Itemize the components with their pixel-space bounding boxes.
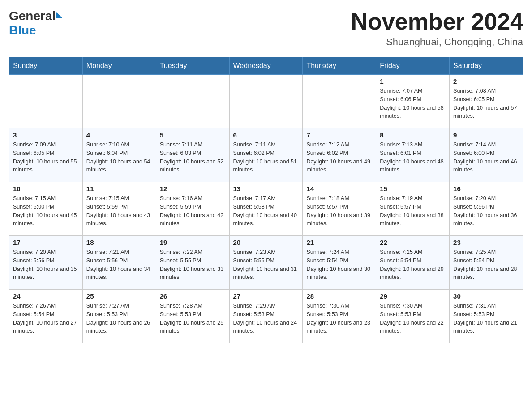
day-number: 16	[453, 185, 519, 193]
calendar-cell: 19Sunrise: 7:22 AMSunset: 5:55 PMDayligh…	[156, 236, 229, 290]
calendar-cell: 5Sunrise: 7:11 AMSunset: 6:03 PMDaylight…	[156, 128, 229, 182]
calendar-week-row: 1Sunrise: 7:07 AMSunset: 6:06 PMDaylight…	[9, 75, 523, 128]
day-of-week-header: Wednesday	[229, 57, 303, 75]
day-info: Sunrise: 7:20 AMSunset: 5:56 PMDaylight:…	[453, 194, 519, 228]
calendar-cell: 6Sunrise: 7:11 AMSunset: 6:02 PMDaylight…	[229, 128, 303, 182]
calendar-cell	[9, 75, 83, 128]
calendar-cell: 14Sunrise: 7:18 AMSunset: 5:57 PMDayligh…	[303, 182, 376, 236]
day-number: 11	[86, 185, 152, 193]
day-of-week-header: Saturday	[450, 57, 523, 75]
calendar-cell: 12Sunrise: 7:16 AMSunset: 5:59 PMDayligh…	[156, 182, 229, 236]
calendar-cell: 25Sunrise: 7:27 AMSunset: 5:53 PMDayligh…	[82, 290, 156, 343]
title-section: November 2024 Shuanghuai, Chongqing, Chi…	[351, 9, 523, 48]
calendar-cell: 13Sunrise: 7:17 AMSunset: 5:58 PMDayligh…	[229, 182, 303, 236]
day-info: Sunrise: 7:17 AMSunset: 5:58 PMDaylight:…	[233, 194, 299, 228]
day-number: 20	[233, 239, 299, 246]
calendar-cell: 20Sunrise: 7:23 AMSunset: 5:55 PMDayligh…	[229, 236, 303, 290]
calendar-cell: 7Sunrise: 7:12 AMSunset: 6:02 PMDaylight…	[303, 128, 376, 182]
calendar-cell: 9Sunrise: 7:14 AMSunset: 6:00 PMDaylight…	[450, 128, 523, 182]
day-info: Sunrise: 7:28 AMSunset: 5:53 PMDaylight:…	[160, 302, 226, 335]
calendar-cell: 4Sunrise: 7:10 AMSunset: 6:04 PMDaylight…	[82, 128, 156, 182]
logo-general-text: General	[9, 9, 56, 23]
day-number: 6	[233, 131, 299, 139]
calendar-cell: 3Sunrise: 7:09 AMSunset: 6:05 PMDaylight…	[9, 128, 83, 182]
calendar-cell: 8Sunrise: 7:13 AMSunset: 6:01 PMDaylight…	[376, 128, 450, 182]
calendar-cell: 28Sunrise: 7:30 AMSunset: 5:53 PMDayligh…	[303, 290, 376, 343]
day-info: Sunrise: 7:27 AMSunset: 5:53 PMDaylight:…	[86, 302, 152, 335]
calendar-cell: 2Sunrise: 7:08 AMSunset: 6:05 PMDaylight…	[450, 75, 523, 128]
day-info: Sunrise: 7:15 AMSunset: 6:00 PMDaylight:…	[13, 194, 79, 228]
calendar-cell: 24Sunrise: 7:26 AMSunset: 5:54 PMDayligh…	[9, 290, 83, 343]
calendar-cell: 11Sunrise: 7:15 AMSunset: 5:59 PMDayligh…	[82, 182, 156, 236]
logo-text: General	[9, 9, 63, 23]
calendar-cell	[82, 75, 156, 128]
day-number: 27	[233, 292, 299, 300]
month-title: November 2024	[351, 9, 523, 34]
calendar-week-row: 10Sunrise: 7:15 AMSunset: 6:00 PMDayligh…	[9, 182, 523, 236]
day-number: 3	[13, 131, 79, 139]
calendar-cell	[303, 75, 376, 128]
day-info: Sunrise: 7:25 AMSunset: 5:54 PMDaylight:…	[453, 248, 519, 282]
day-info: Sunrise: 7:09 AMSunset: 6:05 PMDaylight:…	[13, 141, 79, 174]
logo: General Blue	[9, 9, 63, 38]
day-number: 18	[86, 239, 152, 246]
day-number: 13	[233, 185, 299, 193]
day-of-week-header: Tuesday	[156, 57, 229, 75]
day-number: 12	[160, 185, 226, 193]
day-info: Sunrise: 7:13 AMSunset: 6:01 PMDaylight:…	[380, 141, 446, 174]
day-info: Sunrise: 7:14 AMSunset: 6:00 PMDaylight:…	[453, 141, 519, 174]
calendar-cell: 27Sunrise: 7:29 AMSunset: 5:53 PMDayligh…	[229, 290, 303, 343]
day-info: Sunrise: 7:15 AMSunset: 5:59 PMDaylight:…	[86, 194, 152, 228]
day-info: Sunrise: 7:31 AMSunset: 5:53 PMDaylight:…	[453, 302, 519, 335]
day-number: 7	[306, 131, 372, 139]
day-number: 1	[380, 77, 446, 85]
day-number: 4	[86, 131, 152, 139]
calendar-week-row: 17Sunrise: 7:20 AMSunset: 5:56 PMDayligh…	[9, 236, 523, 290]
day-info: Sunrise: 7:18 AMSunset: 5:57 PMDaylight:…	[306, 194, 372, 228]
day-number: 9	[453, 131, 519, 139]
day-info: Sunrise: 7:29 AMSunset: 5:53 PMDaylight:…	[233, 302, 299, 335]
day-number: 23	[453, 239, 519, 246]
calendar-cell: 29Sunrise: 7:30 AMSunset: 5:53 PMDayligh…	[376, 290, 450, 343]
day-number: 14	[306, 185, 372, 193]
calendar-cell: 18Sunrise: 7:21 AMSunset: 5:56 PMDayligh…	[82, 236, 156, 290]
day-number: 5	[160, 131, 226, 139]
calendar-week-row: 24Sunrise: 7:26 AMSunset: 5:54 PMDayligh…	[9, 290, 523, 343]
day-info: Sunrise: 7:08 AMSunset: 6:05 PMDaylight:…	[453, 87, 519, 120]
page-header: General Blue November 2024 Shuanghuai, C…	[9, 9, 523, 48]
day-info: Sunrise: 7:12 AMSunset: 6:02 PMDaylight:…	[306, 141, 372, 174]
logo-blue-text: Blue	[9, 23, 36, 38]
day-number: 29	[380, 292, 446, 300]
calendar-week-row: 3Sunrise: 7:09 AMSunset: 6:05 PMDaylight…	[9, 128, 523, 182]
calendar-cell: 26Sunrise: 7:28 AMSunset: 5:53 PMDayligh…	[156, 290, 229, 343]
calendar-cell: 16Sunrise: 7:20 AMSunset: 5:56 PMDayligh…	[450, 182, 523, 236]
day-number: 2	[453, 77, 519, 85]
day-info: Sunrise: 7:30 AMSunset: 5:53 PMDaylight:…	[306, 302, 372, 335]
day-number: 8	[380, 131, 446, 139]
day-number: 24	[13, 292, 79, 300]
location-subtitle: Shuanghuai, Chongqing, China	[351, 36, 523, 48]
calendar-cell	[229, 75, 303, 128]
calendar-cell: 1Sunrise: 7:07 AMSunset: 6:06 PMDaylight…	[376, 75, 450, 128]
day-info: Sunrise: 7:20 AMSunset: 5:56 PMDaylight:…	[13, 248, 79, 282]
day-info: Sunrise: 7:30 AMSunset: 5:53 PMDaylight:…	[380, 302, 446, 335]
calendar-cell: 30Sunrise: 7:31 AMSunset: 5:53 PMDayligh…	[450, 290, 523, 343]
day-info: Sunrise: 7:23 AMSunset: 5:55 PMDaylight:…	[233, 248, 299, 282]
day-info: Sunrise: 7:21 AMSunset: 5:56 PMDaylight:…	[86, 248, 152, 282]
day-info: Sunrise: 7:11 AMSunset: 6:03 PMDaylight:…	[160, 141, 226, 174]
day-number: 15	[380, 185, 446, 193]
day-number: 25	[86, 292, 152, 300]
day-number: 21	[306, 239, 372, 246]
calendar-table: SundayMondayTuesdayWednesdayThursdayFrid…	[9, 57, 523, 343]
day-of-week-header: Monday	[82, 57, 156, 75]
day-info: Sunrise: 7:26 AMSunset: 5:54 PMDaylight:…	[13, 302, 79, 335]
day-info: Sunrise: 7:10 AMSunset: 6:04 PMDaylight:…	[86, 141, 152, 174]
day-of-week-header: Thursday	[303, 57, 376, 75]
day-number: 10	[13, 185, 79, 193]
day-of-week-header: Friday	[376, 57, 450, 75]
day-info: Sunrise: 7:16 AMSunset: 5:59 PMDaylight:…	[160, 194, 226, 228]
calendar-cell: 22Sunrise: 7:25 AMSunset: 5:54 PMDayligh…	[376, 236, 450, 290]
day-info: Sunrise: 7:22 AMSunset: 5:55 PMDaylight:…	[160, 248, 226, 282]
calendar-cell: 21Sunrise: 7:24 AMSunset: 5:54 PMDayligh…	[303, 236, 376, 290]
day-number: 26	[160, 292, 226, 300]
